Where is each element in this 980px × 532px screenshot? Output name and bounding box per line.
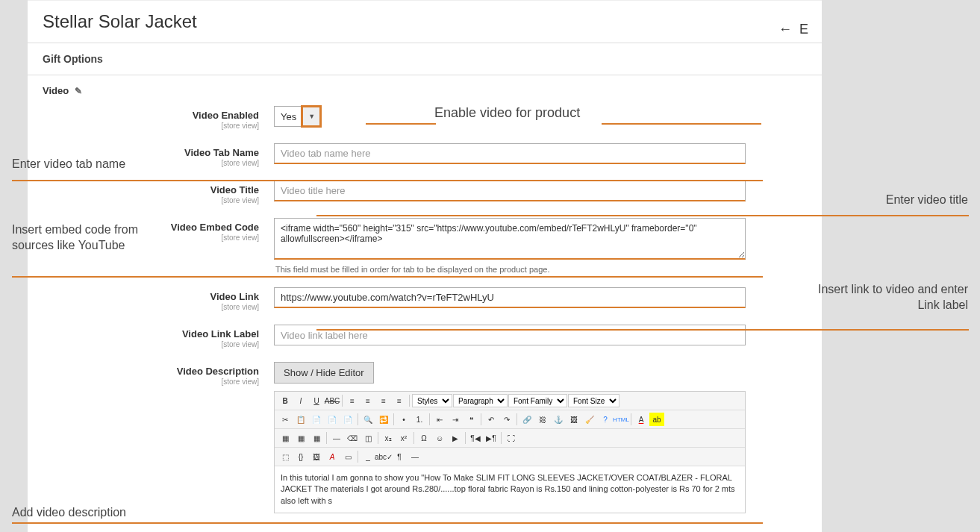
scope-video-description: [store view] [43,378,259,386]
anchor-icon[interactable]: ⚓ [551,413,566,426]
select-video-enabled-value: Yes [275,111,302,122]
input-video-link-label[interactable] [274,325,746,345]
paste-text-icon[interactable]: 📄 [325,413,340,426]
insert-image-icon[interactable]: 🖼 [309,450,324,463]
pencil-icon: ✎ [75,86,82,96]
widget-icon[interactable]: ⬚ [278,450,293,463]
format-select[interactable]: Paragraph [453,394,508,407]
copy-icon[interactable]: 📋 [293,413,308,426]
row-video-description: Video Description [store view] Show / Hi… [43,362,807,513]
label-video-enabled: Video Enabled [193,110,259,121]
select-all-icon[interactable]: ▭ [340,450,355,463]
table-row-icon[interactable]: ▦ [293,431,308,445]
editor-content[interactable]: In this tutorial I am gonna to show you … [275,466,745,513]
row-video-embed: Video Embed Code [store view] <iframe wi… [43,218,807,274]
html-icon[interactable]: HTML [614,413,628,426]
page-break-icon[interactable]: ⎯ [361,450,375,463]
row-video-link: Video Link [store view] [43,287,807,311]
label-video-title: Video Title [210,184,259,195]
scope-video-embed: [store view] [43,234,259,242]
section-video[interactable]: Video ✎ [28,75,822,106]
table-cell-icon[interactable]: ▦ [309,431,324,445]
cut-icon[interactable]: ✂ [278,413,293,426]
row-video-tab-name: Video Tab Name [store view] [43,143,807,167]
font-icon[interactable]: A [325,450,340,463]
blockquote-icon[interactable]: ❝ [464,413,478,426]
editor-toolbar-row1: B I U ABC ≡ ≡ ≡ ≡ Styles Paragraph Font … [275,392,745,410]
replace-icon[interactable]: 🔁 [376,413,391,426]
input-video-title[interactable] [274,181,746,201]
editor-toolbar-row3: ▦ ▦ ▦ — ⌫ ◫ x₂ x² Ω ☺ ▶ [275,429,745,448]
special-char-icon[interactable]: Ω [416,431,431,445]
bg-color-icon[interactable]: ab [649,413,664,426]
scope-video-link-label: [store view] [43,340,259,348]
admin-panel: Stellar Solar Jacket ← E Gift Options Vi… [28,0,822,532]
paste-word-icon[interactable]: 📄 [340,413,355,426]
list-bullet-icon[interactable]: • [396,413,411,426]
direction-icon[interactable]: ¶ [392,450,407,463]
strikethrough-icon[interactable]: ABC [325,394,340,407]
align-right-icon[interactable]: ≡ [376,394,391,407]
underline-icon[interactable]: U [309,394,324,407]
table-icon[interactable]: ▦ [278,431,293,445]
annotation-video-title: Enter video title [886,193,968,208]
back-arrow-icon[interactable]: ← E [778,22,808,37]
align-center-icon[interactable]: ≡ [361,394,375,407]
undo-icon[interactable]: ↶ [484,413,499,426]
emotions-icon[interactable]: ☺ [432,431,447,445]
cleanup-icon[interactable]: 🧹 [582,413,597,426]
scope-video-tab-name: [store view] [43,159,259,167]
subscript-icon[interactable]: x₂ [381,431,396,445]
input-video-link[interactable] [274,287,746,308]
show-hide-editor-button[interactable]: Show / Hide Editor [274,362,374,384]
outdent-icon[interactable]: ⇤ [432,413,447,426]
editor-toolbar-row2: ✂ 📋 📄 📄 📄 🔍 🔁 • 1. ⇤ ⇥ [275,410,745,429]
nonbreaking-icon[interactable]: — [408,450,422,463]
scope-video-link: [store view] [43,303,259,311]
link-icon[interactable]: 🔗 [519,413,534,426]
paste-icon[interactable]: 📄 [309,413,324,426]
superscript-icon[interactable]: x² [396,431,411,445]
input-video-tab-name[interactable] [274,143,746,164]
align-justify-icon[interactable]: ≡ [392,394,407,407]
hr-icon[interactable]: — [329,431,344,445]
chevron-down-icon[interactable]: ▼ [302,107,320,126]
list-number-icon[interactable]: 1. [412,413,427,426]
rich-text-editor: B I U ABC ≡ ≡ ≡ ≡ Styles Paragraph Font … [274,391,746,513]
row-video-title: Video Title [store view] [43,181,807,204]
italic-icon[interactable]: I [293,394,308,407]
align-left-icon[interactable]: ≡ [345,394,360,407]
styles-select[interactable]: Styles [412,394,452,407]
hint-video-embed: This field must be filled in order for t… [275,265,746,274]
scope-video-title: [store view] [43,196,259,204]
row-video-link-label: Video Link Label [store view] [43,325,807,348]
section-gift-options[interactable]: Gift Options [28,43,822,75]
row-video-enabled: Video Enabled [store view] Yes ▼ [43,106,807,130]
ltr-icon[interactable]: ¶◀ [468,431,483,445]
find-icon[interactable]: 🔍 [361,413,375,426]
rtl-icon[interactable]: ▶¶ [484,431,499,445]
unlink-icon[interactable]: ⛓ [535,413,550,426]
font-size-select[interactable]: Font Size [568,394,619,407]
remove-format-icon[interactable]: ⌫ [345,431,360,445]
help-icon[interactable]: ? [598,413,613,426]
text-color-icon[interactable]: A [634,413,649,426]
fullscreen-icon[interactable]: ⛶ [504,431,519,445]
redo-icon[interactable]: ↷ [499,413,514,426]
select-video-enabled[interactable]: Yes ▼ [274,106,321,127]
label-video-tab-name: Video Tab Name [184,147,259,158]
label-video-link: Video Link [210,291,260,302]
label-video-embed: Video Embed Code [171,222,259,233]
spellcheck-icon[interactable]: abc✓ [376,450,391,463]
image-icon[interactable]: 🖼 [567,413,581,426]
textarea-video-embed[interactable]: <iframe width="560" height="315" src="ht… [274,218,746,260]
media-icon[interactable]: ▶ [448,431,463,445]
label-video-description: Video Description [177,366,259,377]
editor-toolbar-row4: ⬚ {} 🖼 A ▭ ⎯ abc✓ ¶ — [275,448,745,466]
font-family-select[interactable]: Font Family [508,394,567,407]
visual-aid-icon[interactable]: ◫ [361,431,375,445]
label-video-link-label: Video Link Label [182,328,259,339]
indent-icon[interactable]: ⇥ [448,413,463,426]
variable-icon[interactable]: {} [293,450,308,463]
bold-icon[interactable]: B [278,394,293,407]
